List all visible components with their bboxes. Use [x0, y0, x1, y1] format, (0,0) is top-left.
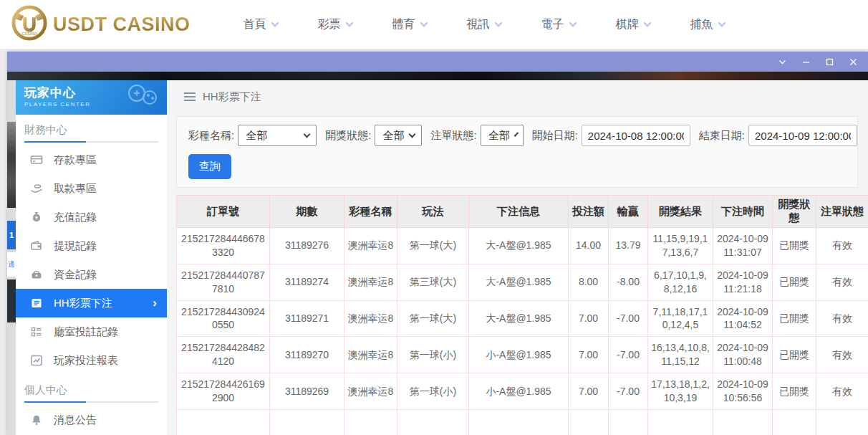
nav-item-label: 視訊 [467, 17, 490, 32]
menu-toggle-icon[interactable] [184, 92, 196, 101]
window-titlebar [7, 52, 868, 72]
chevron-down-icon [345, 19, 353, 27]
sidebar-item-label: 玩家投注報表 [54, 354, 118, 368]
table-cell: 7.00 [569, 337, 609, 373]
sidebar-item[interactable]: HH彩票下注› [16, 289, 167, 317]
column-header: 彩種名稱 [344, 196, 397, 228]
table-cell: 小-A盤@1.985 [469, 373, 569, 410]
chevron-down-icon [494, 19, 502, 27]
column-header: 下注時間 [713, 196, 773, 228]
logo-text: USDT CASINO [53, 14, 191, 36]
sidebar-item[interactable]: 取款專區 [16, 174, 167, 203]
nav-item-label: 彩票 [318, 17, 341, 32]
site-logo[interactable]: CASINO USDT CASINO [11, 5, 191, 44]
hall-record-icon [30, 325, 43, 338]
table-cell: 小-A盤@1.985 [469, 337, 569, 373]
nav-item[interactable]: 視訊 [447, 0, 521, 49]
column-header: 開獎狀態 [773, 196, 816, 228]
sidebar-item[interactable]: 提現記錄 [16, 231, 167, 260]
nav-item[interactable]: 彩票 [298, 0, 372, 49]
table-cell [569, 409, 609, 435]
window-body: 1 邊 玩家中心 PLAYERS CENTER 財務中心存款專區取款專區充值記錄… [7, 80, 868, 435]
nav-menu: 首頁彩票體育視訊電子棋牌捕魚 [223, 0, 745, 49]
sidebar-item[interactable]: 充值記錄 [16, 203, 167, 231]
chevron-down-icon[interactable] [778, 57, 787, 67]
background-fragment [7, 279, 16, 322]
start-date-input[interactable] [582, 125, 690, 146]
maximize-icon[interactable] [825, 57, 834, 67]
table-cell: 第三球(大) [397, 264, 469, 300]
funds-purse-icon [30, 268, 43, 281]
table-cell: 第一球(小) [397, 337, 469, 373]
sidebar-item[interactable]: 資金記錄 [16, 260, 167, 289]
table-cell: 2024-10-09 11:00:48 [713, 337, 773, 373]
chevron-down-icon [271, 19, 279, 27]
table-cell: 2152172844466783320 [177, 228, 270, 264]
table-cell: 7.00 [569, 300, 609, 337]
table-row: 215217284426169290031189269澳洲幸运8第一球(小)小-… [177, 373, 868, 410]
table-cell: 6,17,10,1,9,8,12,16 [648, 264, 713, 300]
order-status-select[interactable]: 全部 [481, 125, 524, 146]
sidebar-item[interactable]: 玩家投注報表 [16, 346, 167, 375]
table-cell [648, 409, 713, 435]
sidebar-item-label: 廳室投註記錄 [54, 325, 118, 339]
background-page-strip: 1 邊 [7, 80, 16, 435]
nav-item[interactable]: 首頁 [223, 0, 298, 49]
table-cell: 第一球(小) [397, 373, 469, 410]
column-header: 玩法 [397, 196, 469, 228]
sidebar-item[interactable]: 廳室投註記錄 [16, 317, 167, 346]
table-cell [469, 409, 569, 435]
table-cell: 2152172844284824120 [177, 337, 270, 373]
table-cell: 澳洲幸运8 [344, 264, 397, 300]
table-cell: 第一球(大) [397, 228, 469, 264]
bet-records-table-wrap: 訂單號期數彩種名稱玩法下注信息投注額輸贏開獎結果下注時間開獎狀態注單狀態 215… [176, 195, 868, 435]
query-button[interactable]: 查詢 [188, 154, 231, 179]
chevron-down-icon [304, 131, 311, 138]
table-cell: 31189274 [270, 264, 344, 300]
nav-item[interactable]: 電子 [521, 0, 596, 49]
draw-status-select[interactable]: 全部 [375, 125, 422, 146]
table-cell: 2024-10-09 10:56:56 [713, 373, 773, 410]
draw-status-label: 開獎狀態: [325, 129, 371, 143]
table-cell: 31189269 [270, 373, 344, 410]
minimize-icon[interactable] [801, 57, 811, 67]
nav-item[interactable]: 棋牌 [596, 0, 670, 49]
order-status-label: 注單狀態: [430, 129, 476, 143]
page-title: HH彩票下注 [203, 90, 261, 104]
deposit-card-icon [30, 153, 43, 166]
table-cell: 2024-10-09 11:04:52 [713, 300, 773, 337]
table-cell: -7.00 [609, 337, 648, 373]
table-cell [177, 409, 270, 435]
table-cell: 14.00 [569, 228, 609, 264]
sidebar-item[interactable]: 存款專區 [16, 145, 167, 174]
table-cell: 7.00 [569, 373, 609, 410]
nav-item[interactable]: 捕魚 [670, 0, 745, 49]
table-cell: 31189276 [270, 228, 344, 264]
table-cell: 澳洲幸运8 [344, 228, 397, 264]
table-cell: -8.00 [609, 264, 648, 300]
table-cell: 有效 [816, 228, 868, 264]
table-row: 215217284428482412031189270澳洲幸运8第一球(小)小-… [177, 337, 868, 373]
table-cell: 2024-10-09 11:21:18 [713, 264, 773, 300]
chevron-down-icon [409, 131, 416, 138]
table-cell: 31189271 [270, 300, 344, 337]
table-cell: 已開獎 [773, 337, 816, 373]
table-cell: 有效 [816, 337, 868, 373]
nav-item-label: 電子 [541, 17, 564, 32]
svg-text:CASINO: CASINO [21, 32, 38, 36]
sidebar-item-label: 提現記錄 [54, 239, 97, 253]
column-header: 開獎結果 [648, 196, 713, 228]
sidebar-item-label: HH彩票下注 [54, 297, 112, 310]
chevron-down-icon [569, 19, 577, 27]
end-date-input[interactable] [748, 125, 857, 146]
bet-records-table: 訂單號期數彩種名稱玩法下注信息投注額輸贏開獎結果下注時間開獎狀態注單狀態 215… [176, 195, 868, 435]
table-cell: 16,13,4,10,8,11,15,12 [648, 337, 713, 373]
sidebar-item[interactable]: 消息公告 [16, 406, 167, 434]
sidebar-item-label: 充值記錄 [54, 211, 97, 224]
lottery-name-select[interactable]: 全部 [238, 125, 317, 146]
player-center-window: 1 邊 玩家中心 PLAYERS CENTER 財務中心存款專區取款專區充值記錄… [7, 52, 868, 435]
table-body: 215217284446678332031189276澳洲幸运8第一球(大)大-… [177, 228, 868, 435]
nav-item[interactable]: 體育 [372, 0, 447, 49]
close-icon[interactable] [849, 57, 858, 67]
main-content: HH彩票下注 彩種名稱: 全部 開獎狀態: 全部 注單狀態: [167, 80, 868, 435]
